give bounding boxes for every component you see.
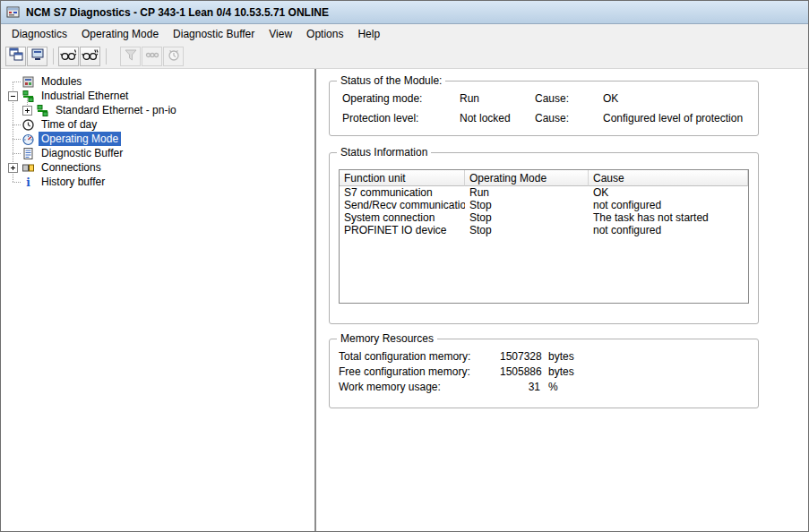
column-header-cause[interactable]: Cause: [589, 170, 748, 186]
field-label: Operating mode:: [342, 92, 460, 105]
tree-item-standard-ethernet-pn-io[interactable]: Standard Ethernet - pn-io: [1, 103, 314, 117]
table-cell: The task has not started: [589, 211, 748, 224]
field-label: Cause:: [535, 112, 603, 124]
menu-bar: Diagnostics Operating Mode Diagnostic Bu…: [1, 24, 808, 44]
memory-row: Free configuration memory: 1505886 bytes: [330, 364, 758, 379]
tree-item-connections[interactable]: Connections: [1, 160, 314, 175]
tree-item-label: Connections: [39, 160, 104, 175]
toolbar: [1, 44, 808, 69]
table-row[interactable]: S7 communication Run OK: [340, 186, 748, 199]
history-buffer-icon: i: [21, 176, 35, 189]
menu-diagnostic-buffer[interactable]: Diagnostic Buffer: [166, 25, 262, 43]
expand-plus-icon[interactable]: [8, 163, 18, 173]
table-cell: not configured: [589, 199, 748, 211]
tree-item-industrial-ethernet[interactable]: Industrial Ethernet: [1, 89, 314, 103]
operating-mode-icon: [21, 133, 35, 146]
table-cell: Stop: [465, 224, 589, 236]
toolbar-button-trigger: [142, 47, 162, 66]
table-cell: not configured: [589, 224, 748, 236]
tree-item-label: Standard Ethernet - pn-io: [53, 103, 179, 117]
diagnostic-buffer-icon: [21, 147, 35, 160]
tree-item-diagnostic-buffer[interactable]: Diagnostic Buffer: [1, 146, 314, 160]
status-table[interactable]: Function unit Operating Mode Cause S7 co…: [339, 169, 749, 304]
menu-view[interactable]: View: [262, 25, 299, 43]
memory-resources-group: Memory Resources Total configuration mem…: [329, 339, 759, 408]
tree-connector: [13, 182, 21, 183]
app-icon: [6, 5, 21, 20]
toolbar-button-cyclic-update[interactable]: [80, 47, 100, 66]
toolbar-button-update[interactable]: [58, 47, 79, 66]
table-cell: OK: [589, 186, 748, 199]
table-row[interactable]: System connection Stop The task has not …: [340, 211, 748, 224]
group-title: Memory Resources: [337, 332, 437, 345]
tree-connector: [13, 139, 21, 140]
field-label: Cause:: [535, 92, 603, 105]
table-header: Function unit Operating Mode Cause: [340, 170, 748, 186]
field-label: Free configuration memory:: [339, 365, 500, 378]
collapse-minus-icon[interactable]: [8, 91, 18, 101]
tree-connector: [13, 82, 21, 82]
menu-options[interactable]: Options: [299, 25, 350, 43]
field-value: Run: [460, 92, 535, 105]
industrial-ethernet-icon: [21, 90, 35, 103]
svg-text:i: i: [26, 176, 30, 189]
field-label: Protection level:: [342, 112, 460, 124]
glasses-update-icon: [60, 48, 77, 64]
tree-item-label: Diagnostic Buffer: [39, 146, 125, 160]
column-header-function-unit[interactable]: Function unit: [340, 170, 465, 186]
tree-item-label: Industrial Ethernet: [39, 89, 131, 103]
table-cell: System connection: [340, 211, 465, 224]
table-row[interactable]: PROFINET IO device Stop not configured: [340, 224, 748, 236]
memory-unit: %: [540, 381, 758, 393]
table-cell: Send/Recv communication: [340, 199, 465, 211]
toolbar-separator: [106, 48, 107, 64]
alarm-clock-icon: [167, 48, 181, 64]
memory-unit: bytes: [540, 365, 758, 378]
connections-icon: [21, 161, 35, 175]
menu-diagnostics[interactable]: Diagnostics: [4, 25, 74, 43]
table-row[interactable]: Send/Recv communication Stop not configu…: [340, 199, 748, 211]
trigger-dots-icon: [145, 48, 159, 64]
toolbar-separator: [53, 48, 54, 64]
column-header-operating-mode[interactable]: Operating Mode: [465, 170, 589, 186]
field-value: Not locked: [460, 112, 535, 124]
tree-item-operating-mode[interactable]: Operating Mode: [1, 132, 314, 146]
status-information-group: Status Information Function unit Operati…: [329, 152, 759, 324]
field-value: Configured level of protection: [603, 112, 758, 124]
title-bar[interactable]: NCM S7 Diagnostics - CP 343-1 Lean 0/4 1…: [1, 1, 808, 24]
memory-value: 31: [500, 381, 540, 393]
table-cell: PROFINET IO device: [340, 224, 465, 236]
field-label: Total configuration memory:: [339, 350, 500, 363]
tree-item-time-of-day[interactable]: Time of day: [1, 117, 314, 132]
toolbar-button-modules[interactable]: [5, 47, 26, 66]
menu-operating-mode[interactable]: Operating Mode: [74, 25, 166, 43]
tree-item-label: Operating Mode: [39, 132, 121, 146]
details-panel: Status of the Module: Operating mode: Ru…: [316, 69, 808, 531]
app-window: NCM S7 Diagnostics - CP 343-1 Lean 0/4 1…: [0, 0, 809, 532]
funnel-filter-icon: [124, 48, 138, 64]
table-cell: Stop: [465, 211, 589, 224]
glasses-cyclic-icon: [82, 48, 99, 64]
menu-help[interactable]: Help: [350, 25, 387, 43]
tree-connector: [13, 153, 21, 154]
diagnostics-tree: Modules Industrial Ethernet: [1, 69, 314, 531]
tree-item-label: Time of day: [39, 117, 99, 132]
status-module-group: Status of the Module: Operating mode: Ru…: [329, 81, 759, 136]
toolbar-button-monitor[interactable]: [27, 47, 47, 66]
field-label: Work memory usage:: [339, 381, 500, 393]
module-windows-icon: [9, 47, 23, 64]
tree-item-history-buffer[interactable]: i History buffer: [1, 175, 314, 189]
table-cell: Run: [465, 186, 589, 199]
toolbar-button-time: [163, 47, 184, 66]
clock-icon: [21, 118, 35, 132]
tree-item-modules[interactable]: Modules: [1, 74, 314, 89]
status-row: Operating mode: Run Cause: OK: [330, 89, 758, 108]
main-content: Modules Industrial Ethernet: [1, 69, 808, 531]
tree-item-label: Modules: [39, 74, 84, 89]
field-value: OK: [603, 92, 758, 105]
expand-plus-icon[interactable]: [22, 106, 32, 116]
memory-row: Total configuration memory: 1507328 byte…: [330, 348, 758, 364]
memory-row: Work memory usage: 31 %: [330, 379, 758, 394]
ethernet-node-icon: [35, 104, 49, 117]
toolbar-button-filter: [120, 47, 141, 66]
